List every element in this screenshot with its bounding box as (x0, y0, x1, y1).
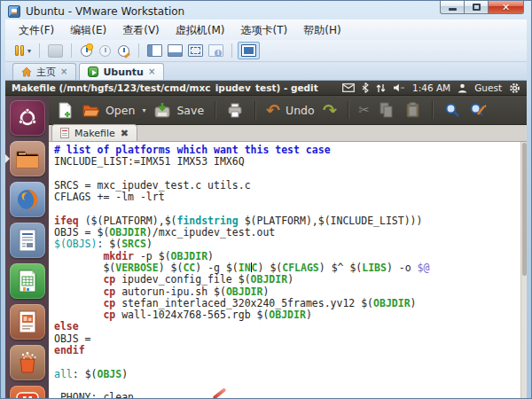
launcher-item-libreoffice-writer[interactable] (10, 223, 45, 258)
maximize-button[interactable] (465, 1, 489, 14)
copy-button[interactable] (378, 101, 395, 119)
menu-file[interactable]: 文件(F) (11, 21, 62, 40)
code-line[interactable]: SRCS = mxc_ipudev_test.c utils.c (54, 180, 527, 192)
launcher-item-libreoffice-impress[interactable] (10, 304, 45, 340)
code-line[interactable] (54, 356, 527, 368)
launcher-item-libreoffice-calc[interactable] (10, 263, 45, 299)
vm-tab-strip: 主页 × Ubuntu × (5, 62, 527, 81)
menu-view[interactable]: 查看(V) (114, 21, 168, 40)
maximize-icon (473, 4, 481, 11)
menu-help[interactable]: 帮助(H) (295, 21, 348, 40)
new-document-button[interactable] (57, 101, 74, 119)
close-icon: ✕ (502, 3, 510, 12)
code-line[interactable]: cp stefan_interlaced_320x240_5frames.yv1… (54, 298, 527, 309)
console-view-button[interactable] (238, 42, 260, 59)
pause-button[interactable]: ▾ (12, 43, 34, 58)
code-line[interactable] (54, 380, 527, 392)
launcher-item-firefox[interactable] (10, 182, 45, 217)
menu-edit[interactable]: 编辑(E) (62, 21, 114, 40)
find-button[interactable] (443, 101, 461, 119)
code-line[interactable]: cp wall-1024x768-565.rgb $(OBJDIR) (54, 309, 527, 321)
gedit-text-area[interactable]: # list of platforms which want this test… (49, 142, 527, 398)
gedit-toolbar: Open ▾ Save (49, 96, 527, 125)
open-dropdown-caret[interactable]: ▾ (142, 106, 145, 114)
user-indicator-icon[interactable] (458, 83, 467, 93)
code-line[interactable]: all: $(OBJS) (54, 369, 527, 380)
show-thumbnail-bar-button[interactable] (165, 43, 185, 59)
show-sidebar-button[interactable] (145, 43, 165, 59)
code-line[interactable]: endif (54, 345, 527, 356)
code-line[interactable]: mkdir -p $(OBJDIR) (54, 251, 527, 262)
fullscreen-button[interactable] (185, 43, 206, 59)
code-line[interactable]: # list of platforms which want this test… (54, 145, 527, 156)
code-line[interactable]: $(OBJS): $(SRCS) (54, 239, 527, 250)
code-line[interactable]: ifeq ($(PLATFORM),$(findstring $(PLATFOR… (54, 215, 527, 227)
print-button[interactable] (226, 101, 244, 119)
code-line[interactable]: cp autorun-ipu.sh $(OBJDIR) (54, 286, 527, 298)
tab-ubuntu-close-icon[interactable]: × (148, 67, 155, 76)
find-replace-icon (469, 101, 487, 119)
revert-snapshot-button[interactable] (96, 43, 114, 59)
fullscreen-icon (188, 44, 203, 57)
code-line[interactable] (54, 203, 527, 215)
minimize-button[interactable] (440, 1, 465, 14)
minimize-icon (449, 8, 457, 11)
save-label: Save (176, 104, 204, 117)
tab-ubuntu[interactable]: Ubuntu × (79, 63, 164, 80)
bluetooth-indicator-icon[interactable] (362, 82, 369, 93)
play-icon (88, 66, 98, 77)
code-line[interactable]: OBJS = (54, 333, 527, 345)
code-line[interactable]: .PHONY: clean (54, 392, 527, 398)
revert-snapshot-icon (99, 45, 111, 57)
tab-home[interactable]: 主页 × (12, 63, 76, 80)
clock-indicator[interactable]: 1:46 AM (412, 82, 450, 93)
pause-dropdown-caret[interactable]: ▾ (27, 47, 31, 55)
network-indicator-icon[interactable] (376, 83, 386, 93)
close-button[interactable]: ✕ (489, 1, 524, 14)
paste-button[interactable] (403, 101, 421, 119)
code-line[interactable]: cp ipudev_config_file $(OBJDIR) (54, 274, 527, 286)
doc-tab-label: Makefile (74, 128, 115, 139)
doc-tab-close-icon[interactable]: ✖ (121, 128, 129, 139)
send-ctrl-alt-del-button[interactable] (45, 43, 66, 59)
code-line[interactable] (54, 168, 527, 180)
user-indicator-label[interactable]: Guest (474, 82, 502, 93)
unity-mode-button[interactable] (206, 43, 226, 59)
find-replace-button[interactable] (469, 101, 487, 119)
manage-snapshots-button[interactable] (114, 43, 133, 59)
save-button[interactable]: Save (153, 101, 204, 119)
menu-tabs[interactable]: 选项卡(T) (233, 21, 296, 40)
scrollbar-thumb[interactable] (522, 143, 527, 276)
code-line[interactable]: INCLUDE_LIST:=IMX51 IMX53 IMX6Q (54, 156, 527, 168)
undo-icon: ↶ (266, 103, 280, 117)
vertical-scrollbar[interactable] (520, 142, 527, 398)
manage-snapshots-icon (118, 45, 129, 57)
window-controls: ✕ (440, 1, 524, 14)
doc-tab-makefile[interactable]: Makefile ✖ (51, 124, 137, 141)
search-icon (443, 101, 461, 119)
undo-button[interactable]: ↶ Undo (266, 103, 315, 117)
print-icon (226, 101, 244, 119)
files-icon (15, 148, 40, 169)
launcher-item-ubuntu-dash[interactable] (10, 100, 45, 136)
launcher-item-ubuntu-one[interactable] (10, 386, 45, 398)
tab-home-label: 主页 (36, 66, 56, 79)
launcher-item-home-folder[interactable] (10, 141, 45, 176)
indicator-area: 1:46 AM Guest (342, 82, 520, 94)
code-line[interactable]: OBJS = $(OBJDIR)/mxc_ipudev_test.out (54, 227, 527, 239)
code-line[interactable]: CFLAGS += -lm -lrt (54, 192, 527, 203)
vm-desktop: Open ▾ Save (5, 96, 527, 398)
mail-indicator-icon[interactable] (342, 83, 355, 92)
redo-button[interactable]: ↷ (323, 103, 337, 117)
redo-icon: ↷ (323, 103, 337, 117)
volume-indicator-icon[interactable] (393, 83, 405, 92)
tab-home-close-icon[interactable]: × (60, 67, 67, 76)
menu-vm[interactable]: 虚拟机(M) (168, 21, 233, 40)
code-line[interactable]: $(VERBOSE) $(CC) -g $(INC) $(CFLAGS) $^ … (54, 262, 527, 274)
cut-button[interactable]: ✂ (359, 102, 371, 118)
take-snapshot-button[interactable] (77, 43, 96, 59)
code-line[interactable]: else (54, 321, 527, 332)
launcher-item-ubuntu-software-center[interactable] (10, 345, 45, 380)
open-button[interactable]: Open ▾ (82, 101, 145, 119)
session-gear-icon[interactable] (509, 82, 520, 94)
